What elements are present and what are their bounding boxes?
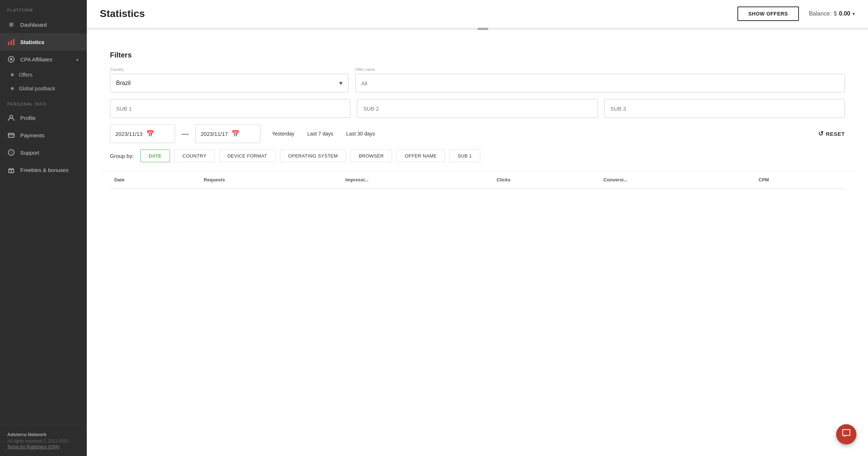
statistics-icon bbox=[7, 38, 15, 46]
sub1-input[interactable] bbox=[110, 99, 350, 118]
scroll-thumb bbox=[477, 28, 488, 30]
sidebar-item-statistics[interactable]: Statistics bbox=[0, 33, 87, 51]
groupby-device-format-btn[interactable]: DEVICE FORMAT bbox=[219, 150, 276, 162]
filters-section: Filters Country Brazil ▾ Offer name bbox=[100, 41, 855, 171]
offers-dot-icon bbox=[11, 73, 14, 76]
table-section: Date Requests Impressi... Clicks Convers… bbox=[100, 171, 855, 199]
yesterday-btn[interactable]: Yesterday bbox=[265, 128, 301, 139]
col-date: Date bbox=[110, 171, 199, 189]
reset-icon: ↺ bbox=[818, 130, 824, 138]
table-wrapper: Date Requests Impressi... Clicks Convers… bbox=[110, 171, 845, 189]
filters-title: Filters bbox=[110, 51, 845, 59]
svg-point-5 bbox=[10, 115, 13, 118]
personal-info-label: PERSONAL INFO bbox=[0, 95, 87, 109]
groupby-browser-btn[interactable]: BROWSER bbox=[350, 150, 392, 162]
balance-currency: $ bbox=[834, 10, 837, 17]
date-from-input[interactable]: 2023/11/13 📅 bbox=[110, 124, 175, 143]
page-title: Statistics bbox=[100, 8, 145, 20]
svg-rect-0 bbox=[8, 42, 9, 45]
payments-label: Payments bbox=[20, 132, 44, 138]
sub2-input[interactable] bbox=[357, 99, 597, 118]
sidebar-statistics-label: Statistics bbox=[20, 39, 44, 45]
last-7-days-btn[interactable]: Last 7 days bbox=[301, 128, 340, 139]
country-select[interactable]: Brazil ▾ bbox=[110, 74, 349, 93]
col-conversions: Conversi... bbox=[599, 171, 754, 189]
balance-chevron-icon[interactable]: ▾ bbox=[852, 11, 855, 17]
svg-point-4 bbox=[10, 58, 12, 60]
sidebar-footer: Adsterra Network All rights reserved © 2… bbox=[0, 425, 87, 456]
date-from-value: 2023/11/13 bbox=[115, 131, 142, 137]
col-clicks: Clicks bbox=[492, 171, 599, 189]
col-cpm: CPM bbox=[754, 171, 845, 189]
col-requests: Requests bbox=[199, 171, 341, 189]
offers-label: Offers bbox=[19, 72, 33, 78]
topbar: Statistics SHOW OFFERS Balance: $ 0.00 ▾ bbox=[87, 0, 868, 28]
terms-link[interactable]: Terms for Publishers (CPA) bbox=[7, 444, 80, 449]
sidebar: PLATFORM ⊞ Dashboard Statistics CPA Affi… bbox=[0, 0, 87, 456]
filter-row-2 bbox=[110, 99, 845, 118]
show-offers-button[interactable]: SHOW OFFERS bbox=[737, 7, 799, 21]
dashboard-icon: ⊞ bbox=[7, 21, 15, 29]
last-30-days-btn[interactable]: Last 30 days bbox=[340, 128, 381, 139]
groupby-label: Group by: bbox=[110, 153, 134, 159]
content-area: Filters Country Brazil ▾ Offer name bbox=[87, 30, 868, 456]
svg-text:?: ? bbox=[10, 150, 12, 155]
country-field: Country Brazil ▾ bbox=[110, 67, 349, 93]
sidebar-item-profile[interactable]: Profile bbox=[0, 109, 87, 126]
reset-button[interactable]: ↺ RESET bbox=[818, 130, 845, 138]
chat-fab-button[interactable] bbox=[836, 424, 856, 444]
freebies-icon bbox=[7, 166, 15, 174]
platform-label: PLATFORM bbox=[0, 0, 87, 16]
balance-area: Balance: $ 0.00 ▾ bbox=[809, 10, 855, 17]
groupby-row: Group by: DATE COUNTRY DEVICE FORMAT OPE… bbox=[110, 150, 845, 162]
sidebar-item-payments[interactable]: Payments bbox=[0, 126, 87, 144]
groupby-country-btn[interactable]: COUNTRY bbox=[174, 150, 215, 162]
sidebar-item-dashboard[interactable]: ⊞ Dashboard bbox=[0, 16, 87, 33]
date-row: 2023/11/13 📅 — 2023/11/17 📅 Yesterday La… bbox=[110, 124, 845, 143]
groupby-sub1-btn[interactable]: SUB 1 bbox=[449, 150, 480, 162]
table-header-row: Date Requests Impressi... Clicks Convers… bbox=[110, 171, 845, 189]
support-label: Support bbox=[20, 150, 39, 156]
scroll-indicator bbox=[87, 28, 868, 30]
calendar-from-icon[interactable]: 📅 bbox=[146, 130, 154, 138]
date-shortcuts: Yesterday Last 7 days Last 30 days bbox=[265, 128, 382, 139]
sidebar-cpa-affiliates[interactable]: CPA Affiliates ▲ bbox=[0, 51, 87, 68]
topbar-right: SHOW OFFERS Balance: $ 0.00 ▾ bbox=[737, 7, 855, 21]
col-impressions: Impressi... bbox=[341, 171, 493, 189]
offer-name-input[interactable] bbox=[355, 74, 845, 93]
global-postback-label: Global postback bbox=[19, 86, 55, 91]
reset-label: RESET bbox=[826, 131, 845, 137]
cpa-affiliates-icon bbox=[7, 55, 15, 63]
payments-icon bbox=[7, 131, 15, 139]
date-separator: — bbox=[180, 130, 190, 138]
main-content: Statistics SHOW OFFERS Balance: $ 0.00 ▾… bbox=[87, 0, 868, 456]
svg-rect-1 bbox=[10, 40, 12, 45]
svg-rect-6 bbox=[8, 133, 14, 137]
date-to-value: 2023/11/17 bbox=[201, 131, 228, 137]
profile-icon bbox=[7, 114, 15, 122]
offer-name-label: Offer name bbox=[355, 67, 845, 72]
groupby-date-btn[interactable]: DATE bbox=[140, 150, 170, 162]
profile-label: Profile bbox=[20, 115, 36, 121]
calendar-to-icon[interactable]: 📅 bbox=[231, 130, 239, 138]
groupby-offer-name-btn[interactable]: OFFER NAME bbox=[396, 150, 445, 162]
global-postback-dot-icon bbox=[11, 87, 14, 90]
sidebar-item-support[interactable]: ? Support bbox=[0, 144, 87, 161]
groupby-operating-system-btn[interactable]: OPERATING SYSTEM bbox=[280, 150, 346, 162]
country-label: Country bbox=[110, 67, 349, 72]
cpa-chevron-icon: ▲ bbox=[75, 57, 80, 62]
company-name: Adsterra Network bbox=[7, 432, 80, 437]
filter-row-1: Country Brazil ▾ Offer name bbox=[110, 67, 845, 93]
sidebar-item-freebies[interactable]: Freebies & bonuses bbox=[0, 161, 87, 178]
sidebar-item-offers[interactable]: Offers bbox=[0, 68, 87, 82]
sidebar-item-global-postback[interactable]: Global postback bbox=[0, 82, 87, 95]
sub3-input[interactable] bbox=[604, 99, 845, 118]
support-icon: ? bbox=[7, 149, 15, 156]
freebies-label: Freebies & bonuses bbox=[20, 167, 68, 173]
balance-label: Balance: bbox=[809, 10, 831, 17]
cpa-affiliates-label: CPA Affiliates bbox=[20, 56, 52, 63]
offer-name-field: Offer name bbox=[355, 67, 845, 93]
statistics-table: Date Requests Impressi... Clicks Convers… bbox=[110, 171, 845, 189]
country-value: Brazil bbox=[116, 80, 131, 86]
date-to-input[interactable]: 2023/11/17 📅 bbox=[195, 124, 260, 143]
